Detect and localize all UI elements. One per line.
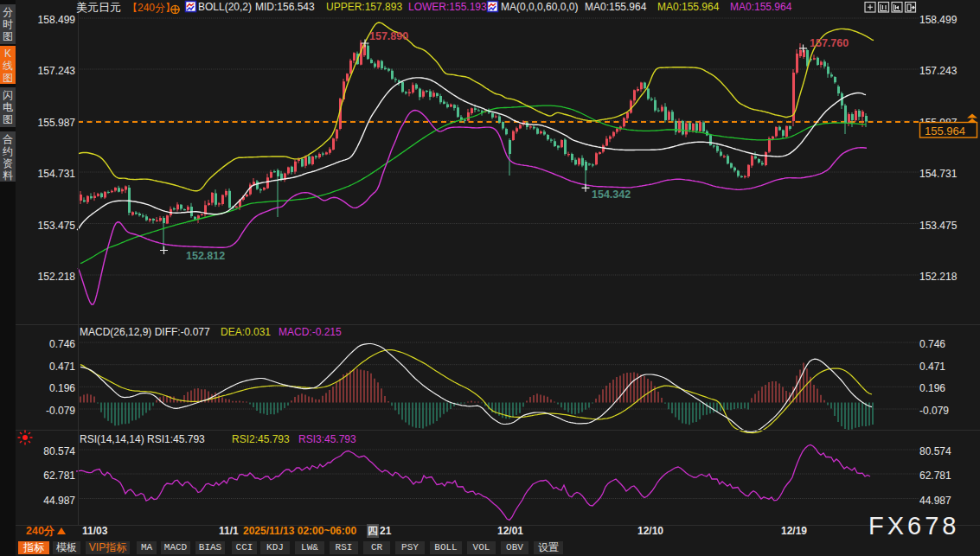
svg-text:157.760: 157.760 [810, 37, 849, 49]
svg-text:157.890: 157.890 [369, 30, 408, 42]
svg-text:154.342: 154.342 [592, 189, 631, 201]
svg-text:155.964: 155.964 [925, 125, 965, 137]
svg-text:152.812: 152.812 [186, 250, 225, 262]
